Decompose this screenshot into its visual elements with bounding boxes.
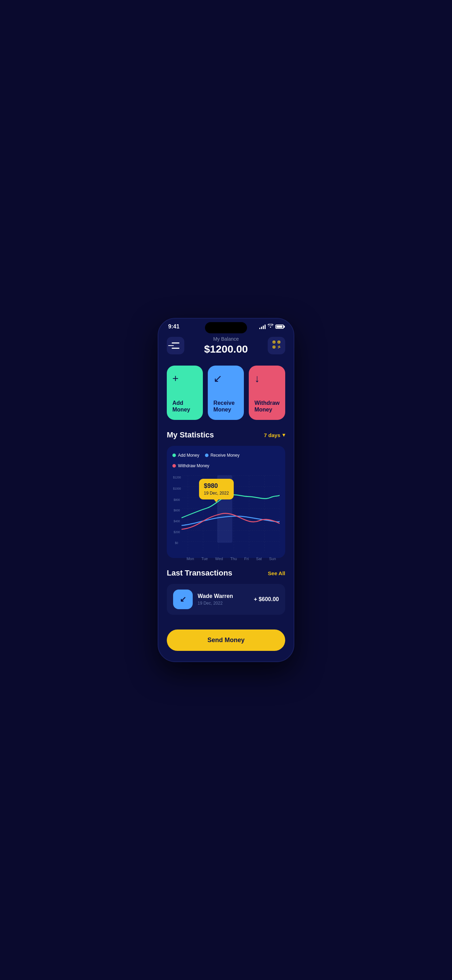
status-bar: 9:41	[158, 318, 294, 332]
tooltip-amount: $980	[204, 482, 229, 490]
x-label-sun: Sun	[269, 557, 276, 561]
header: My Balance $1200.00	[158, 332, 294, 362]
x-label-mon: Mon	[186, 557, 194, 561]
transaction-name: Wade Warren	[197, 593, 249, 599]
legend-withdraw: Withdraw Money	[172, 463, 209, 468]
time-filter-button[interactable]: 7 days ▾	[264, 432, 285, 438]
add-icon: +	[172, 373, 179, 384]
chevron-down-icon: ▾	[282, 432, 285, 438]
time-filter-label: 7 days	[264, 432, 280, 438]
receive-money-label: Receive Money	[213, 399, 235, 413]
statistics-header: My Statistics 7 days ▾	[167, 430, 285, 439]
chart-tooltip: $980 19 Dec, 2022	[199, 479, 234, 500]
balance-amount: $1200.00	[204, 343, 248, 355]
withdraw-money-label: Withdraw Money	[255, 399, 280, 413]
statistics-section: My Statistics 7 days ▾ Add Money Receive…	[158, 430, 294, 565]
legend-withdraw-label: Withdraw Money	[178, 463, 209, 468]
x-label-wed: Wed	[215, 557, 223, 561]
transaction-amount: + $600.00	[254, 596, 279, 603]
send-money-button[interactable]: Send Money	[167, 630, 285, 651]
add-money-card[interactable]: + Add Money	[167, 366, 203, 420]
svg-text:$1200: $1200	[173, 475, 181, 479]
scan-icon	[272, 340, 281, 351]
battery-icon	[275, 325, 284, 329]
svg-text:$400: $400	[174, 519, 180, 523]
tooltip-date: 19 Dec, 2022	[204, 491, 229, 496]
svg-text:$800: $800	[174, 498, 180, 501]
transactions-title: Last Transactions	[167, 568, 232, 578]
x-axis: Mon Tue Wed Thu Fri Sat Sun	[172, 557, 280, 561]
legend-dot-withdraw	[172, 464, 176, 468]
chart-container: Add Money Receive Money Withdraw Money $…	[167, 446, 285, 558]
x-label-tue: Tue	[202, 557, 208, 561]
statistics-title: My Statistics	[167, 430, 214, 439]
transactions-section: Last Transactions See All ↙ Wade Warren …	[158, 565, 294, 626]
chart-area: $980 19 Dec, 2022	[172, 475, 280, 552]
svg-rect-2	[273, 346, 275, 348]
legend-dot-add	[172, 453, 176, 457]
receive-icon: ↙	[213, 373, 222, 384]
withdraw-icon: ↓	[255, 373, 259, 384]
svg-text:$0: $0	[175, 541, 178, 545]
x-label-sat: Sat	[256, 557, 262, 561]
add-money-label: Add Money	[172, 399, 190, 413]
transaction-icon-receive: ↙	[173, 590, 193, 609]
transactions-header: Last Transactions See All	[167, 568, 285, 578]
tooltip-arrow	[213, 499, 219, 502]
legend-dot-receive	[205, 453, 208, 457]
transaction-item[interactable]: ↙ Wade Warren 19 Dec, 2022 + $600.00	[167, 584, 285, 615]
status-time: 9:41	[168, 323, 180, 330]
see-all-button[interactable]: See All	[268, 570, 285, 576]
status-icons	[259, 324, 284, 329]
x-label-thu: Thu	[230, 557, 237, 561]
phone-container: 9:41 My Balance	[158, 318, 294, 662]
chart-legend: Add Money Receive Money Withdraw Money	[172, 453, 280, 468]
svg-rect-0	[273, 341, 275, 343]
signal-icon	[259, 324, 266, 329]
legend-add: Add Money	[172, 453, 199, 458]
scan-button[interactable]	[268, 337, 285, 354]
transaction-date: 19 Dec, 2022	[197, 601, 249, 606]
legend-receive-label: Receive Money	[210, 453, 240, 458]
legend-receive: Receive Money	[205, 453, 240, 458]
wifi-icon	[268, 324, 273, 329]
notch	[205, 322, 247, 333]
x-label-fri: Fri	[244, 557, 249, 561]
svg-text:$1000: $1000	[173, 487, 181, 490]
action-cards: + Add Money ↙ Receive Money ↓ Withdraw M…	[158, 362, 294, 430]
legend-add-label: Add Money	[178, 453, 199, 458]
svg-text:$200: $200	[174, 530, 180, 534]
svg-text:$600: $600	[174, 509, 180, 512]
transaction-info: Wade Warren 19 Dec, 2022	[197, 593, 249, 606]
balance-section: My Balance $1200.00	[204, 336, 248, 355]
balance-label: My Balance	[204, 336, 248, 342]
receive-money-card[interactable]: ↙ Receive Money	[208, 366, 244, 420]
svg-rect-1	[278, 341, 280, 343]
withdraw-money-card[interactable]: ↓ Withdraw Money	[249, 366, 285, 420]
menu-button[interactable]	[167, 337, 184, 354]
